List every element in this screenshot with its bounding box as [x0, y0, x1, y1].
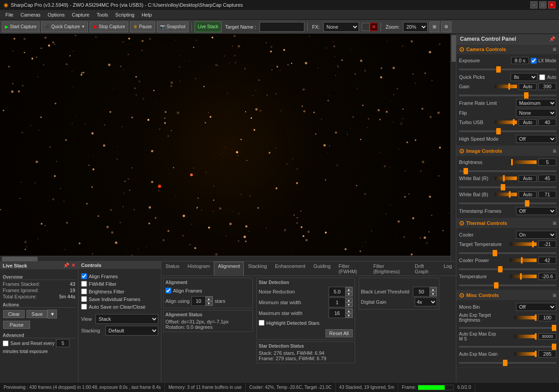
brightness-slider[interactable]	[459, 170, 556, 172]
snapshot-button[interactable]: 📷 Snapshot	[157, 22, 189, 32]
save-arrow-button[interactable]: ▼	[48, 310, 57, 319]
image-controls-section-header[interactable]: ⊙ Image Controls ≡	[456, 146, 559, 156]
max-star-input[interactable]	[329, 309, 345, 318]
save-individual-checkbox[interactable]	[81, 296, 87, 302]
high-speed-select[interactable]: Off	[516, 135, 556, 143]
menu-help[interactable]: Help	[138, 11, 156, 18]
maximize-button[interactable]: □	[539, 1, 546, 9]
thermal-controls-section-header[interactable]: ⊙ Thermal Controls ≡	[456, 218, 559, 228]
black-level-up[interactable]: ▲	[429, 287, 437, 292]
tab-drift-graph[interactable]: Drift Graph	[411, 262, 439, 276]
view-select[interactable]: Stack Live	[95, 314, 158, 324]
target-name-input[interactable]	[260, 22, 304, 32]
min-star-down[interactable]: ▼	[345, 302, 352, 307]
fx-settings-icon[interactable]	[362, 23, 370, 31]
min-star-up[interactable]: ▲	[345, 298, 352, 302]
fx-select[interactable]: None	[323, 22, 359, 32]
misc-controls-menu-icon[interactable]: ≡	[553, 292, 556, 299]
highlight-stars-checkbox[interactable]	[259, 320, 264, 326]
wb-r-slider[interactable]	[459, 186, 556, 188]
auto-exp-g-slider[interactable]	[459, 362, 556, 364]
flip-select[interactable]: None	[516, 109, 556, 117]
menu-options[interactable]: Options	[44, 11, 68, 18]
noise-reduction-input[interactable]	[329, 287, 345, 296]
reset-all-button[interactable]: Reset All	[325, 329, 353, 337]
image-controls-menu-icon[interactable]: ≡	[553, 147, 556, 155]
clear-button[interactable]: Clear	[3, 310, 25, 318]
tab-log[interactable]: Log	[440, 262, 456, 276]
camera-controls-section-header[interactable]: ⊙ Camera Controls ≡	[456, 44, 559, 54]
quick-picks-select[interactable]: 8s	[511, 73, 537, 81]
stop-capture-button[interactable]: ⏹ Stop Capture	[90, 22, 128, 32]
zoom-settings-button[interactable]: ⚙	[441, 22, 451, 32]
start-capture-button[interactable]: ▶ Start Capture	[2, 22, 39, 32]
align-frames-checkbox[interactable]	[81, 273, 87, 279]
mono-bin-select[interactable]: Off	[516, 303, 556, 311]
temperature-slider[interactable]	[459, 284, 556, 286]
zoom-fit-button[interactable]: ⊞	[429, 22, 439, 32]
wb-b-slider[interactable]	[459, 202, 556, 204]
live-stack-pin-icon[interactable]: 📌	[63, 263, 69, 268]
pause-button[interactable]: ⏸ Pause	[130, 22, 155, 32]
fx-close-icon[interactable]: ✕	[370, 23, 378, 31]
scrollbar-thumb[interactable]	[451, 35, 456, 62]
noise-reduction-down[interactable]: ▼	[345, 292, 352, 296]
image-view[interactable]	[0, 34, 456, 261]
camera-controls-menu-icon[interactable]: ≡	[553, 46, 556, 53]
min-star-input[interactable]	[329, 298, 345, 307]
gain-slider[interactable]	[459, 95, 556, 96]
stacking-select[interactable]: Default	[105, 326, 158, 336]
tab-alignment[interactable]: Alignment	[214, 262, 244, 276]
auto-save-checkbox[interactable]	[81, 304, 87, 310]
noise-reduction-up[interactable]: ▲	[345, 287, 352, 292]
auto-exp-m-slider[interactable]	[459, 346, 556, 348]
fwhm-filter-checkbox[interactable]	[81, 281, 87, 287]
max-star-down[interactable]: ▼	[345, 313, 352, 318]
tab-enhancement[interactable]: Enhancement	[271, 262, 309, 276]
live-stack-button[interactable]: Live Stack	[195, 22, 221, 32]
tab-guiding[interactable]: Guiding	[309, 262, 334, 276]
menu-cameras[interactable]: Cameras	[17, 11, 44, 18]
close-button[interactable]: ✕	[548, 1, 555, 9]
thermal-controls-menu-icon[interactable]: ≡	[553, 220, 556, 227]
scrollbar-thumb-h[interactable]	[2, 257, 38, 261]
tab-status[interactable]: Status	[161, 262, 183, 276]
max-star-up[interactable]: ▲	[345, 309, 352, 313]
pause-stack-button[interactable]: Pause	[3, 321, 30, 329]
black-level-down[interactable]: ▼	[429, 292, 437, 296]
tab-filter-brightness[interactable]: Filter (Brightness)	[369, 262, 411, 276]
tab-histogram[interactable]: Histogram	[183, 262, 214, 276]
quick-capture-button[interactable]: ⬛ Quick Capture ▼	[41, 22, 88, 32]
turbo-slider[interactable]	[459, 130, 556, 132]
cooler-select[interactable]: On Off	[516, 231, 556, 239]
menu-file[interactable]: File	[2, 11, 17, 18]
align-using-input[interactable]	[192, 297, 205, 306]
misc-controls-section-header[interactable]: ⊙ Misc Controls ≡	[456, 290, 559, 300]
zoom-select[interactable]: 20%	[403, 22, 428, 32]
camera-panel-pin-icon[interactable]: 📌	[549, 36, 555, 42]
black-level-input[interactable]	[413, 287, 429, 296]
image-scrollbar-v[interactable]	[451, 34, 456, 261]
menu-scripting[interactable]: Scripting	[112, 11, 138, 18]
frame-rate-select[interactable]: Maximum	[516, 99, 556, 107]
lx-mode-checkbox[interactable]	[531, 58, 537, 64]
minimize-button[interactable]: −	[530, 1, 537, 9]
live-stack-close-icon[interactable]: ✕	[71, 263, 75, 268]
auto-exp-b-slider[interactable]	[459, 327, 556, 329]
save-reset-input[interactable]	[56, 339, 69, 347]
tab-stacking[interactable]: Stacking	[244, 262, 271, 276]
save-button[interactable]: Save	[26, 310, 48, 318]
auto-checkbox[interactable]	[539, 74, 545, 80]
target-temp-slider[interactable]	[459, 252, 556, 254]
digital-gain-select[interactable]: 4x 1x 2x 8x	[415, 297, 437, 306]
tab-filter-fwhm[interactable]: Filter (FWHM)	[334, 262, 369, 276]
menu-tools[interactable]: Tools	[93, 11, 112, 18]
align-frames-tab-checkbox[interactable]	[165, 288, 171, 293]
menu-capture[interactable]: Capture	[68, 11, 93, 18]
save-reset-checkbox[interactable]	[3, 340, 9, 346]
timestamp-select[interactable]: Off	[516, 207, 556, 215]
exposure-slider[interactable]	[459, 69, 556, 70]
cooler-power-slider[interactable]	[459, 268, 556, 270]
align-using-down[interactable]: ▼	[205, 301, 212, 306]
image-scrollbar-h[interactable]	[0, 256, 451, 261]
